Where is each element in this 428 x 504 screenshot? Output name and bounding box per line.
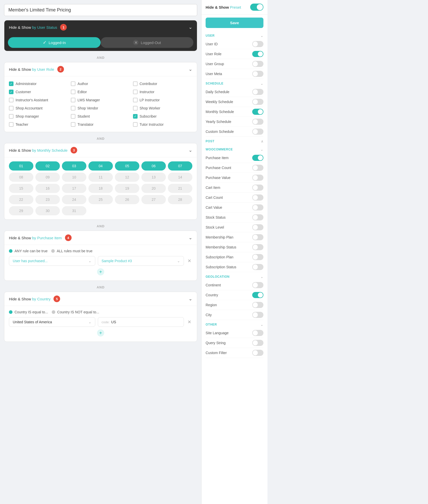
role-item-editor[interactable]: Editor [71,89,130,95]
role-item-instructor[interactable]: Instructor [133,89,192,95]
cal-day-31[interactable]: 31 [62,206,86,215]
rp-other-section-header[interactable]: OTHER ⌄ [206,320,263,328]
cb-administrator[interactable]: ✓ [9,81,14,86]
cb-subscriber[interactable]: ✓ [133,114,138,119]
cal-day-16[interactable]: 16 [35,184,60,193]
cal-day-01[interactable]: 01 [9,161,33,171]
role-item-contributor[interactable]: Contributor [133,80,192,87]
cb-instructors-assistant[interactable] [9,98,14,102]
cal-day-27[interactable]: 27 [141,195,166,204]
toggle-subscription-status[interactable] [252,264,263,270]
cal-day-22[interactable]: 22 [9,195,33,204]
toggle-membership-status[interactable] [252,244,263,250]
purchase-product-dropdown[interactable]: Sample Product #3 ⌄ [98,256,184,266]
toggle-user-id[interactable] [252,41,263,47]
toggle-region[interactable] [252,302,263,308]
cal-day-24[interactable]: 24 [62,195,86,204]
role-item-author[interactable]: Author [71,80,130,87]
cb-tutor-instructor[interactable] [133,122,138,127]
cal-day-30[interactable]: 30 [35,206,60,215]
toggle-country[interactable] [252,292,263,298]
preset-toggle[interactable] [250,4,263,11]
toggle-user-role[interactable] [252,51,263,57]
cb-customer[interactable]: ✓ [9,90,14,94]
cal-day-28[interactable]: 28 [168,195,192,204]
cal-day-18[interactable]: 18 [88,184,113,193]
user-role-chevron[interactable]: ⌄ [189,66,192,72]
role-item-student[interactable]: Student [71,113,130,120]
rp-geolocation-section-header[interactable]: GEOLOCATION ⌄ [206,272,263,280]
role-item-lp-instructor[interactable]: LP Instructor [133,97,192,103]
cal-day-02[interactable]: 02 [35,161,60,171]
cal-day-21[interactable]: 21 [168,184,192,193]
toggle-user-meta[interactable] [252,71,263,77]
purchase-item-chevron[interactable]: ⌄ [189,235,192,241]
cal-day-08[interactable]: 08 [9,173,33,182]
role-item-administrator[interactable]: ✓ Administrator [9,80,68,87]
toggle-stock-status[interactable] [252,214,263,220]
role-item-shop-vendor[interactable]: Shop Vendor [71,105,130,111]
role-item-teacher[interactable]: Teacher [9,121,68,128]
save-button[interactable]: Save [206,18,263,28]
cb-lms-manager[interactable] [71,98,75,102]
cal-day-23[interactable]: 23 [35,195,60,204]
add-country-rule-button[interactable]: + [97,329,104,337]
page-title-input[interactable] [4,4,197,16]
cal-day-03[interactable]: 03 [62,161,86,171]
toggle-cart-item[interactable] [252,185,263,191]
cal-day-05[interactable]: 05 [115,161,139,171]
cal-day-09[interactable]: 09 [35,173,60,182]
cal-day-11[interactable]: 11 [88,173,113,182]
user-status-chevron[interactable]: ⌄ [189,24,192,30]
country-chevron[interactable]: ⌄ [189,296,192,302]
cb-author[interactable] [71,81,75,86]
role-item-tutor-instructor[interactable]: Tutor Instructor [133,121,192,128]
cb-instructor[interactable] [133,90,138,94]
role-item-customer[interactable]: ✓ Customer [9,89,68,95]
cal-day-19[interactable]: 19 [115,184,139,193]
cb-shop-accountant[interactable] [9,106,14,110]
cb-student[interactable] [71,114,75,119]
toggle-yearly-schedule[interactable] [252,119,263,125]
rp-schedule-section-header[interactable]: SCHEDULE ⌄ [206,79,263,87]
toggle-stock-level[interactable] [252,224,263,230]
cal-day-15[interactable]: 15 [9,184,33,193]
role-item-instructors-assistant[interactable]: Instructor's Assistant [9,97,68,103]
logged-out-tab[interactable]: ✕ Logged-Out [101,37,193,48]
cal-day-06[interactable]: 06 [141,161,166,171]
country-is-equal-option[interactable]: Country IS equal to... [9,310,48,314]
cal-day-25[interactable]: 25 [88,195,113,204]
cb-teacher[interactable] [9,122,14,127]
cal-day-07[interactable]: 07 [168,161,192,171]
cal-day-14[interactable]: 14 [168,173,192,182]
cb-translator[interactable] [71,122,75,127]
toggle-weekly-schedule[interactable] [252,99,263,105]
toggle-site-language[interactable] [252,330,263,336]
toggle-query-string[interactable] [252,340,263,346]
toggle-user-group[interactable] [252,61,263,67]
cal-day-04[interactable]: 04 [88,161,113,171]
cb-contributor[interactable] [133,81,138,86]
cal-day-10[interactable]: 10 [62,173,86,182]
cb-shop-manager[interactable] [9,114,14,119]
role-item-subscriber[interactable]: ✓ Subscriber [133,113,192,120]
cb-shop-vendor[interactable] [71,106,75,110]
toggle-purchase-item[interactable] [252,155,263,161]
country-is-not-equal-option[interactable]: Country IS NOT equal to... [52,310,99,314]
toggle-daily-schedule[interactable] [252,89,263,95]
toggle-cart-value[interactable] [252,204,263,211]
country-value-dropdown[interactable]: United States of America ⌄ [9,317,95,327]
toggle-subscription-plan[interactable] [252,254,263,260]
role-item-translator[interactable]: Translator [71,121,130,128]
role-item-shop-manager[interactable]: Shop manager [9,113,68,120]
cal-day-17[interactable]: 17 [62,184,86,193]
toggle-custom-filter[interactable] [252,350,263,356]
toggle-continent[interactable] [252,282,263,288]
toggle-custom-schedule[interactable] [252,129,263,135]
logged-in-tab[interactable]: ✓ Logged-In [8,37,101,48]
toggle-city[interactable] [252,312,263,318]
toggle-purchase-count[interactable] [252,165,263,171]
cal-day-29[interactable]: 29 [9,206,33,215]
cal-day-13[interactable]: 13 [141,173,166,182]
toggle-purchase-value[interactable] [252,175,263,181]
